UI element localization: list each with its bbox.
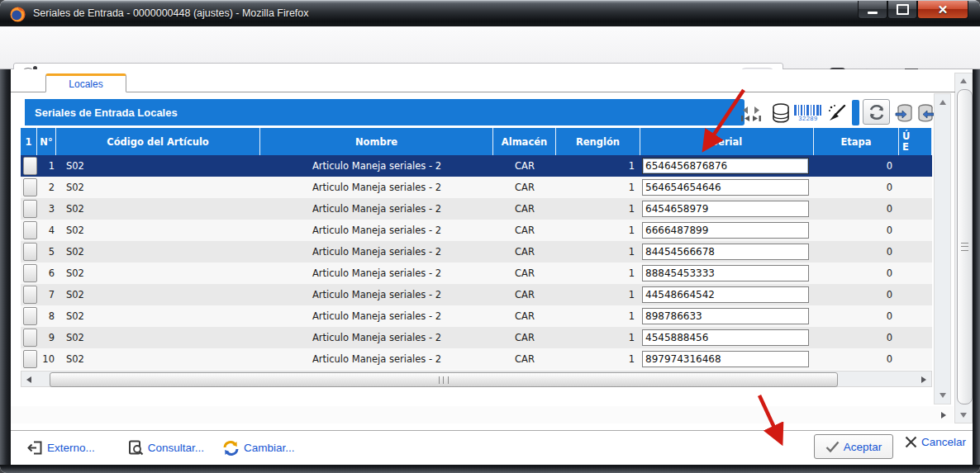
cell-renglon: 1 (556, 305, 640, 327)
externo-label: Externo... (47, 442, 95, 454)
page-scroll-up-arrow[interactable] (957, 75, 970, 87)
table-row[interactable]: 4S02Articulo Maneja seriales - 2CAR10 (21, 220, 932, 241)
page-vertical-scrollbar[interactable] (954, 73, 973, 423)
page-horizontal-scrollbar[interactable] (11, 406, 954, 423)
header-nombre[interactable]: Nombre (260, 128, 493, 155)
title-bar[interactable]: Seriales de Entrada - 0000000448 (ajuste… (0, 0, 980, 26)
row-selector-button[interactable] (23, 329, 37, 347)
cell-ultima (899, 305, 932, 327)
database-forward-icon (894, 103, 914, 123)
table-row[interactable]: 3S02Articulo Maneja seriales - 2CAR10 (21, 198, 932, 220)
cell-nombre: Articulo Maneja seriales - 2 (260, 177, 493, 198)
barcode-icon (794, 105, 822, 116)
cell-almacen: CAR (493, 348, 556, 370)
header-codigo[interactable]: Código del Artículo (56, 128, 260, 155)
cambiar-button[interactable]: Cambiar... (222, 440, 295, 456)
cell-ultima (899, 177, 932, 198)
header-almacen[interactable]: Almacén (493, 128, 556, 155)
serial-input[interactable] (642, 265, 809, 281)
grid-horizontal-scrollbar[interactable] (21, 371, 932, 387)
cell-ultima (899, 220, 932, 241)
serial-input[interactable] (642, 179, 809, 196)
table-row[interactable]: 7S02Articulo Maneja seriales - 2CAR10 (21, 284, 932, 305)
serial-input[interactable] (642, 308, 809, 324)
cell-etapa: 0 (814, 263, 899, 284)
table-row[interactable]: 6S02Articulo Maneja seriales - 2CAR10 (21, 263, 932, 284)
maximize-button[interactable] (887, 1, 917, 19)
table-row[interactable]: 2S02Articulo Maneja seriales - 2CAR10 (21, 177, 932, 198)
page-scroll-right-arrow[interactable] (937, 409, 950, 421)
row-selector-button[interactable] (23, 200, 37, 218)
refresh-button[interactable] (863, 99, 890, 125)
grid-vertical-scrollbar[interactable] (934, 93, 951, 404)
minimize-button[interactable] (858, 1, 887, 19)
x-icon (905, 436, 917, 448)
search-document-icon (128, 440, 144, 456)
barcode-button[interactable]: 32289 (794, 102, 822, 124)
cancelar-button[interactable]: Cancelar (905, 436, 966, 448)
row-selector-button[interactable] (23, 307, 37, 325)
page-scroll-down-arrow[interactable] (957, 409, 970, 421)
table-row[interactable]: 1S02Articulo Maneja seriales - 2CAR10 (21, 155, 932, 177)
scroll-left-arrow[interactable] (23, 374, 35, 385)
cell-nombre: Articulo Maneja seriales - 2 (260, 220, 493, 241)
row-selector-button[interactable] (23, 350, 37, 368)
scroll-right-arrow[interactable] (918, 374, 930, 385)
scroll-down-arrow[interactable] (937, 390, 949, 400)
database-back-icon (916, 103, 935, 123)
header-select-all[interactable]: 1 (21, 128, 37, 155)
consultar-button[interactable]: Consultar... (128, 440, 204, 456)
row-selector-button[interactable] (23, 178, 37, 196)
cell-etapa: 0 (814, 284, 899, 305)
serial-input[interactable] (642, 329, 809, 346)
cell-codigo: S02 (56, 263, 260, 284)
cell-almacen: CAR (493, 177, 556, 198)
serial-input[interactable] (642, 351, 809, 367)
cell-num: 10 (37, 348, 56, 370)
serial-input[interactable] (642, 201, 809, 217)
row-selector-button[interactable] (23, 157, 37, 175)
cell-renglon: 1 (556, 327, 640, 348)
table-row[interactable]: 5S02Articulo Maneja seriales - 2CAR10 (21, 241, 932, 263)
cell-ultima (899, 327, 932, 348)
row-selector-button[interactable] (23, 243, 37, 261)
cell-renglon: 1 (556, 198, 640, 220)
serial-input[interactable] (642, 286, 809, 303)
cell-nombre: Articulo Maneja seriales - 2 (260, 263, 493, 284)
header-ultima-etapa[interactable]: Ú E (899, 128, 932, 155)
record-navigation-button[interactable] (736, 102, 766, 124)
cell-etapa: 0 (814, 177, 899, 198)
scroll-up-arrow[interactable] (937, 97, 949, 107)
header-num[interactable]: N° (37, 128, 56, 155)
cell-nombre: Articulo Maneja seriales - 2 (260, 305, 493, 327)
cell-almacen: CAR (493, 155, 556, 177)
row-selector-button[interactable] (23, 221, 37, 239)
cell-renglon: 1 (556, 177, 640, 198)
close-button[interactable]: ✕ (917, 1, 968, 19)
clean-button[interactable] (824, 102, 850, 124)
window-border-bottom (0, 465, 980, 473)
serial-input[interactable] (642, 244, 809, 260)
page-vscroll-thumb[interactable] (957, 89, 973, 404)
table-row[interactable]: 8S02Articulo Maneja seriales - 2CAR10 (21, 305, 932, 327)
cell-num: 2 (37, 177, 56, 198)
header-etapa[interactable]: Etapa (814, 128, 899, 155)
grid-hscroll-thumb[interactable] (50, 372, 838, 387)
serial-input[interactable] (642, 158, 809, 174)
aceptar-button[interactable]: Aceptar (814, 434, 893, 459)
database-forward-button[interactable] (892, 102, 916, 124)
cell-nombre: Articulo Maneja seriales - 2 (260, 348, 493, 370)
cell-etapa: 0 (814, 241, 899, 263)
table-row[interactable]: 10S02Articulo Maneja seriales - 2CAR10 (21, 348, 932, 370)
grid-title-band: Seriales de Entrada Locales (25, 99, 745, 125)
row-selector-button[interactable] (23, 264, 37, 282)
externo-button[interactable]: Externo... (27, 440, 95, 456)
serial-input[interactable] (642, 222, 809, 239)
header-serial[interactable]: Serial (640, 128, 814, 155)
table-row[interactable]: 9S02Articulo Maneja seriales - 2CAR10 (21, 327, 932, 348)
row-selector-button[interactable] (23, 286, 37, 304)
window-title: Seriales de Entrada - 0000000448 (ajuste… (33, 7, 309, 19)
header-renglon[interactable]: Renglón (556, 128, 640, 155)
database-button[interactable] (769, 102, 792, 124)
tab-locales[interactable]: Locales (45, 73, 126, 92)
